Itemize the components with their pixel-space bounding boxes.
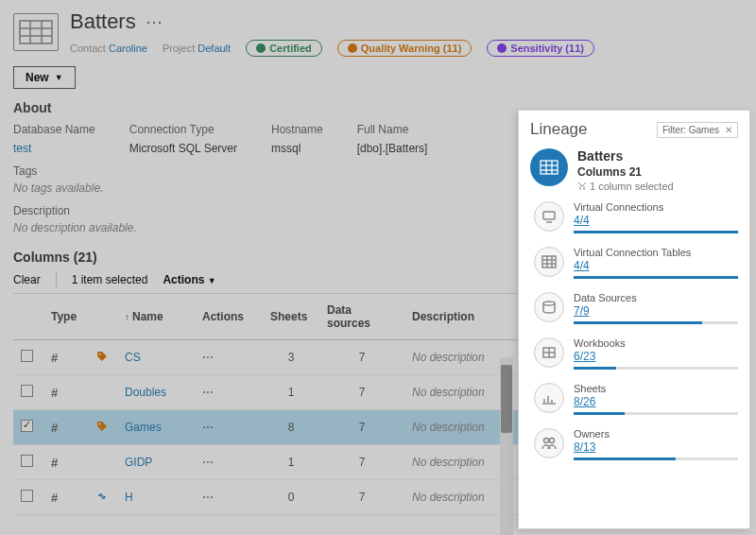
lineage-item-icon <box>534 247 564 277</box>
lineage-item-icon <box>534 292 564 322</box>
close-icon[interactable]: ✕ <box>725 125 732 135</box>
lineage-item-count[interactable]: 4/4 <box>574 259 738 272</box>
lineage-item-name: Sheets <box>574 383 738 394</box>
lineage-item[interactable]: Workbooks6/23 <box>534 337 738 370</box>
lineage-item-name: Virtual Connection Tables <box>574 247 738 258</box>
lineage-item-icon <box>534 383 564 413</box>
svg-rect-7 <box>541 161 558 174</box>
lineage-item[interactable]: Owners8/13 <box>534 428 738 460</box>
lineage-item-icon <box>534 337 564 368</box>
svg-point-19 <box>543 302 555 305</box>
lineage-item[interactable]: Virtual Connection Tables4/4 <box>534 247 738 279</box>
lineage-top-name: Batters <box>577 148 674 164</box>
lineage-item-count[interactable]: 8/13 <box>574 440 738 454</box>
svg-rect-14 <box>542 256 556 268</box>
lineage-top-selected: 1 column selected <box>577 181 674 192</box>
lineage-item-name: Workbooks <box>574 337 738 349</box>
lineage-item[interactable]: Virtual Connections4/4 <box>534 201 738 233</box>
svg-rect-12 <box>543 212 555 219</box>
lineage-item-count[interactable]: 7/9 <box>574 304 738 318</box>
svg-point-27 <box>544 439 549 443</box>
lineage-table-icon <box>530 148 568 186</box>
lineage-item-icon <box>534 201 564 232</box>
lineage-item-count[interactable]: 6/23 <box>574 350 738 363</box>
lineage-panel: Lineage Filter: Games ✕ Batters Columns … <box>518 110 750 529</box>
lineage-item[interactable]: Data Sources7/9 <box>534 292 738 324</box>
lineage-item[interactable]: Sheets8/26 <box>534 383 738 415</box>
lineage-item-icon <box>534 428 564 458</box>
lineage-title: Lineage <box>530 120 588 139</box>
lineage-top-columns: Columns 21 <box>577 165 674 179</box>
svg-point-28 <box>550 439 555 443</box>
lineage-item-name: Owners <box>574 428 738 440</box>
lineage-filter-chip[interactable]: Filter: Games ✕ <box>657 122 738 138</box>
lineage-item-count[interactable]: 8/26 <box>574 395 738 408</box>
lineage-item-count[interactable]: 4/4 <box>574 214 738 227</box>
lineage-item-name: Data Sources <box>574 292 738 303</box>
lineage-item-name: Virtual Connections <box>574 201 738 213</box>
